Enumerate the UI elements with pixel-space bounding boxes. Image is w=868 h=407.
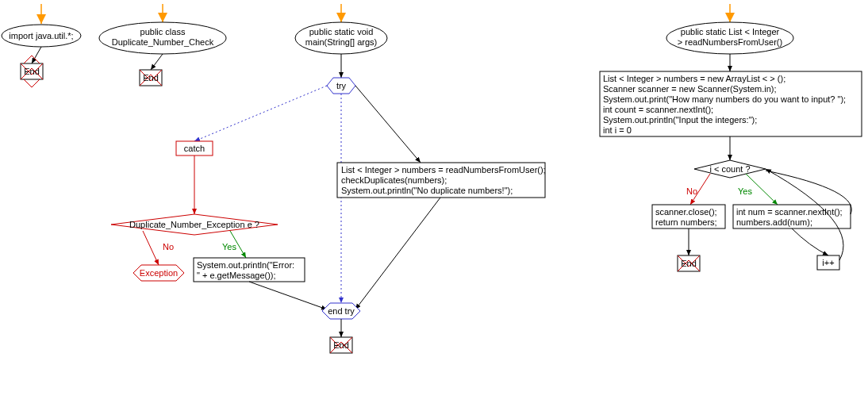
svg-text:Scanner scanner = new Scanner(: Scanner scanner = new Scanner(System.in)… <box>603 84 777 94</box>
svg-text:public static List < Integer: public static List < Integer <box>681 27 780 36</box>
svg-line-25 <box>143 231 159 265</box>
svg-text:i++: i++ <box>822 258 834 267</box>
svg-text:List < Integer > numbers = new: List < Integer > numbers = new ArrayList… <box>603 74 785 83</box>
svg-line-22 <box>355 198 440 309</box>
svg-text:List < Integer > numbers = rea: List < Integer > numbers = readNumbersFr… <box>341 165 546 175</box>
svg-text:System.out.println("No duplica: System.out.println("No duplicate numbers… <box>341 186 513 195</box>
svg-text:public static void: public static void <box>309 27 374 36</box>
class-end: End <box>140 70 162 86</box>
svg-text:public class: public class <box>140 27 186 36</box>
svg-text:int count = scanner.nextInt();: int count = scanner.nextInt(); <box>603 105 713 114</box>
main-end: End <box>330 337 352 353</box>
svg-text:" + e.getMessage());: " + e.getMessage()); <box>197 271 276 280</box>
import-label: import java.util.*; <box>9 31 73 40</box>
svg-line-1 <box>32 47 41 63</box>
svg-text:end try: end try <box>328 306 355 316</box>
svg-text:numbers.add(num);: numbers.add(num); <box>736 217 812 227</box>
svg-text:End: End <box>143 73 159 83</box>
svg-text:i < count ?: i < count ? <box>709 164 750 174</box>
svg-text:End: End <box>333 340 349 350</box>
svg-text:Yes: Yes <box>222 242 236 251</box>
svg-text:Yes: Yes <box>738 186 752 196</box>
svg-text:return numbers;: return numbers; <box>655 217 717 227</box>
svg-text:main(String[] args): main(String[] args) <box>305 37 377 47</box>
svg-text:System.out.println("Error:: System.out.println("Error: <box>197 260 294 270</box>
svg-text:scanner.close();: scanner.close(); <box>655 207 717 217</box>
svg-line-18 <box>355 86 421 163</box>
svg-line-15 <box>194 86 327 141</box>
svg-text:Duplicate_Number_Exception e ?: Duplicate_Number_Exception e ? <box>129 220 259 229</box>
svg-text:No: No <box>686 186 697 196</box>
svg-text:End: End <box>24 67 40 76</box>
flowchart-canvas: import java.util.*; End public class Dup… <box>0 0 868 407</box>
svg-text:End: End <box>681 259 697 268</box>
svg-line-32 <box>249 282 327 309</box>
svg-text:int i = 0: int i = 0 <box>603 125 632 135</box>
svg-text:Duplicate_Number_Check: Duplicate_Number_Check <box>112 37 214 47</box>
svg-line-7 <box>151 54 163 70</box>
svg-text:try: try <box>336 81 347 90</box>
svg-text:> readNumbersFromUser(): > readNumbersFromUser() <box>678 37 782 47</box>
import-end: End <box>21 56 43 87</box>
svg-text:System.out.println("Input the : System.out.println("Input the integers:"… <box>603 115 757 125</box>
flow-main: public static void main(String[] args) t… <box>111 4 546 353</box>
svg-text:catch: catch <box>184 144 205 153</box>
svg-text:checkDuplicates(numbers);: checkDuplicates(numbers); <box>341 175 447 185</box>
svg-text:Exception: Exception <box>140 268 178 278</box>
flow-import: import java.util.*; End <box>2 4 81 87</box>
read-end: End <box>678 255 700 271</box>
svg-text:No: No <box>163 242 174 251</box>
flow-read: public static List < Integer > readNumbe… <box>600 4 862 271</box>
flow-class: public class Duplicate_Number_Check End <box>99 4 226 86</box>
svg-text:System.out.print("How many num: System.out.print("How many numbers do yo… <box>603 94 846 104</box>
